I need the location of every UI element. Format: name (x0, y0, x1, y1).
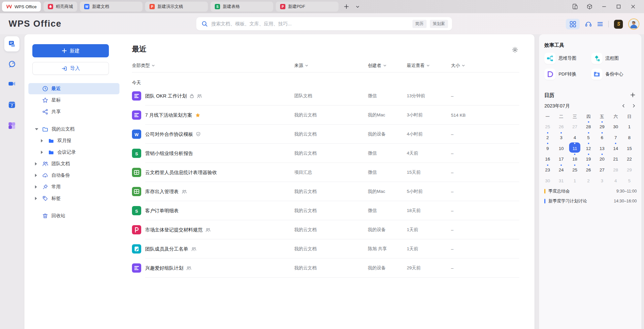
file-row[interactable]: 7 月线下活动策划方案我的云文档我的Mac3小时前514 KB (132, 105, 519, 125)
minimize-button[interactable] (599, 2, 609, 11)
rail-documents-button[interactable] (4, 36, 19, 51)
calendar-day-selected[interactable]: 11 (568, 142, 582, 153)
calendar-day[interactable]: 20 (595, 153, 609, 164)
calendar-day[interactable]: 10 (554, 142, 568, 153)
caret-down-icon[interactable] (35, 128, 38, 130)
sidebar-item-自动备份[interactable]: 自动备份 (28, 170, 119, 181)
calendar-day[interactable]: 5 (582, 132, 595, 142)
calendar-day[interactable]: 1 (568, 174, 582, 185)
file-row[interactable]: 兴趣爱好组队计划我的云文档我的设备29天前– (132, 258, 519, 278)
calendar-day[interactable]: 15 (623, 142, 636, 153)
calendar-day[interactable]: 21 (609, 153, 622, 164)
tab-sheet[interactable]: S新建表格 (210, 2, 273, 12)
calendar-day[interactable]: 26 (554, 121, 568, 132)
sidebar-item-共享[interactable]: 共享 (28, 106, 119, 117)
calendar-event[interactable]: 季度总结会9:30–11:00 (544, 186, 637, 196)
calendar-day[interactable]: 19 (582, 153, 595, 164)
search-tag[interactable]: 简历 (412, 20, 427, 28)
sidebar-item-双月报[interactable]: 双月报 (28, 135, 119, 146)
calendar-day[interactable]: 4 (609, 174, 622, 185)
calendar-day[interactable]: 13 (595, 142, 609, 153)
filter-大小[interactable]: 大小 (451, 63, 465, 69)
calendar-day[interactable]: 6 (595, 132, 609, 142)
close-button[interactable] (628, 2, 638, 11)
filter-最近查看[interactable]: 最近查看 (407, 63, 430, 69)
calendar-day[interactable]: 23 (541, 164, 554, 175)
file-row[interactable]: 团队 OKR 工作计划团队文档微信13分钟前– (132, 86, 519, 105)
file-row[interactable]: W公司对外合作协议模板我的云文档我的设备4小时前– (132, 125, 519, 144)
sidebar-item-回收站[interactable]: 回收站 (28, 210, 119, 222)
filter-来源[interactable]: 来源 (294, 63, 308, 69)
rail-chat-button[interactable] (4, 57, 19, 72)
support-button[interactable] (585, 21, 592, 27)
caret-right-icon[interactable] (35, 197, 37, 200)
tab-list-dropdown-button[interactable] (354, 3, 362, 11)
file-row[interactable]: 云文档管人员信息统计表理器验收项目汇总微信15天前– (132, 163, 519, 182)
calendar-day[interactable]: 27 (568, 121, 582, 132)
calendar-day[interactable]: 16 (541, 153, 554, 164)
user-avatar[interactable] (628, 18, 639, 30)
file-row[interactable]: 库存出入管理表我的云文档我的Mac5小时前– (132, 182, 519, 201)
search-bar[interactable]: 简历策划案 (196, 17, 452, 30)
file-row[interactable]: S营销小组业绩分析报告我的云文档微信4天前– (132, 144, 519, 163)
caret-right-icon[interactable] (41, 139, 43, 142)
add-tab-button[interactable] (342, 3, 350, 11)
calendar-day[interactable]: 31 (554, 174, 568, 185)
tab-wps[interactable]: WPS Office (2, 2, 41, 12)
sidebar-item-最近[interactable]: 最近 (28, 83, 119, 94)
calendar-day[interactable]: 3 (595, 174, 609, 185)
calendar-day[interactable]: 28 (582, 121, 595, 132)
calendar-day[interactable]: 17 (554, 153, 568, 164)
caret-right-icon[interactable] (35, 162, 37, 165)
calendar-day[interactable]: 25 (568, 164, 582, 175)
filter-创建者[interactable]: 创建者 (368, 63, 386, 69)
calendar-day[interactable]: 18 (568, 153, 582, 164)
calendar-day[interactable]: 9 (541, 142, 554, 153)
file-row[interactable]: S客户订单明细表我的云文档微信18天前– (132, 201, 519, 220)
file-row[interactable]: 市场主体登记提交材料规范我的云文档我的设备1天前– (132, 220, 519, 239)
caret-right-icon[interactable] (41, 151, 43, 154)
file-row[interactable]: 团队成员及分工名单我的云文档陈旭 共享1天前– (132, 239, 519, 258)
sidebar-item-我的云文档[interactable]: 我的云文档 (28, 124, 119, 135)
calendar-day[interactable]: 27 (595, 164, 609, 175)
calendar-day[interactable]: 29 (595, 121, 609, 132)
search-tag[interactable]: 策划案 (430, 20, 448, 28)
tool-备份中心[interactable]: 备份中心 (591, 69, 638, 80)
calendar-day[interactable]: 2 (582, 174, 595, 185)
calendar-day[interactable]: 26 (582, 164, 595, 175)
sidebar-item-常用[interactable]: 常用 (28, 181, 119, 193)
apps-grid-button[interactable] (566, 19, 580, 29)
calendar-day[interactable]: 14 (609, 142, 622, 153)
tab-docer[interactable]: 稻壳商城 (44, 2, 77, 12)
tool-PDF转换[interactable]: PDF转换 (544, 69, 591, 80)
rail-meeting-button[interactable] (4, 76, 19, 91)
sidebar-item-团队文档[interactable]: 团队文档 (28, 158, 119, 169)
calendar-day[interactable]: 24 (554, 164, 568, 175)
tool-流程图[interactable]: 流程图 (591, 53, 638, 64)
tool-思维导图[interactable]: 思维导图 (544, 53, 591, 64)
workspace-button[interactable] (585, 2, 595, 11)
calendar-day[interactable]: 25 (541, 121, 554, 132)
calendar-day[interactable]: 7 (609, 132, 622, 142)
calendar-event[interactable]: 新季度学习计划讨论14:30–16:00 (544, 196, 637, 206)
caret-right-icon[interactable] (35, 185, 37, 189)
sidebar-item-会议记录[interactable]: 会议记录 (28, 147, 119, 158)
caret-right-icon[interactable] (35, 174, 37, 177)
menu-button[interactable] (597, 21, 603, 27)
calendar-day[interactable]: 28 (609, 164, 622, 175)
calendar-day[interactable]: 4 (568, 132, 582, 142)
sidebar-item-星标[interactable]: 星标 (28, 95, 119, 106)
sidebar-item-标签[interactable]: 标签 (28, 193, 119, 204)
filter-全部类型[interactable]: 全部类型 (132, 63, 155, 69)
search-input[interactable] (211, 21, 412, 26)
calendar-day[interactable]: 3 (554, 132, 568, 142)
calendar-day[interactable]: 30 (541, 174, 554, 185)
calendar-next-button[interactable] (631, 103, 637, 109)
tab-ppt[interactable]: P新建演示文稿 (145, 2, 208, 12)
rail-apps-button[interactable] (4, 118, 19, 133)
tab-pdf[interactable]: P新建PDF (276, 2, 338, 12)
calendar-day[interactable]: 30 (609, 121, 622, 132)
mobile-sync-button[interactable] (570, 2, 580, 11)
add-event-button[interactable] (629, 92, 636, 98)
calendar-day[interactable]: 1 (623, 121, 636, 132)
